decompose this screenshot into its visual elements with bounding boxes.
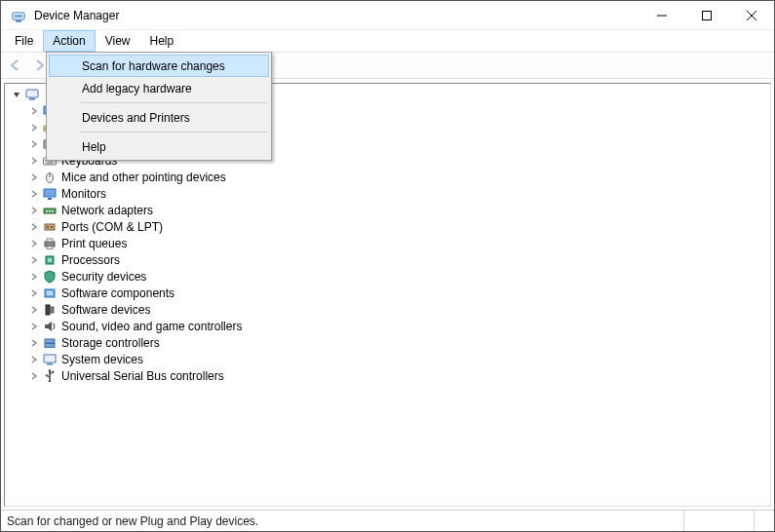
tree-item-label: Storage controllers — [61, 336, 160, 350]
svg-rect-33 — [45, 242, 55, 247]
svg-rect-34 — [47, 239, 53, 242]
menu-devices-and-printers[interactable]: Devices and Printers — [49, 106, 269, 129]
svg-rect-41 — [46, 305, 50, 315]
svg-point-50 — [46, 374, 48, 376]
status-cell-3 — [755, 511, 774, 531]
chevron-right-icon[interactable] — [28, 122, 40, 133]
chevron-right-icon[interactable] — [28, 238, 40, 249]
svg-rect-25 — [48, 198, 52, 200]
tree-item-label: Print queues — [61, 237, 127, 250]
close-button[interactable] — [729, 1, 774, 30]
chevron-right-icon[interactable] — [28, 287, 40, 299]
svg-rect-27 — [46, 210, 48, 212]
svg-rect-35 — [47, 247, 53, 249]
svg-rect-49 — [52, 370, 54, 372]
window-title: Device Manager — [34, 9, 639, 22]
tree-item[interactable]: Sound, video and game controllers — [11, 318, 770, 334]
tree-item[interactable]: Software devices — [11, 301, 770, 318]
device-category-icon — [42, 368, 58, 384]
back-button[interactable] — [5, 55, 26, 76]
device-category-icon — [42, 236, 58, 251]
device-category-icon — [42, 269, 58, 285]
svg-rect-1 — [15, 15, 22, 18]
svg-rect-38 — [45, 289, 55, 297]
chevron-right-icon[interactable] — [28, 254, 40, 266]
tree-item[interactable]: Security devices — [11, 268, 770, 285]
tree-item-label: Sound, video and game controllers — [61, 320, 242, 333]
tree-item-label: Software devices — [61, 303, 150, 317]
computer-icon — [24, 87, 40, 102]
svg-rect-40 — [47, 293, 53, 294]
chevron-right-icon[interactable] — [28, 171, 40, 183]
tree-item[interactable]: Print queues — [11, 235, 770, 251]
menubar: File Action View Help — [1, 30, 774, 52]
titlebar: Device Manager — [1, 1, 774, 30]
chevron-right-icon[interactable] — [28, 370, 40, 382]
menu-add-legacy-hardware[interactable]: Add legacy hardware — [49, 77, 269, 99]
chevron-right-icon[interactable] — [28, 155, 40, 167]
svg-rect-44 — [45, 343, 55, 347]
svg-rect-8 — [29, 98, 35, 100]
svg-rect-39 — [47, 291, 53, 292]
tree-item-label: Software components — [61, 286, 174, 300]
chevron-down-icon[interactable] — [11, 89, 22, 100]
statusbar: Scan for changed or new Plug and Play de… — [1, 510, 774, 531]
tree-item[interactable]: Storage controllers — [11, 334, 770, 351]
maximize-button[interactable] — [684, 1, 729, 30]
chevron-right-icon[interactable] — [28, 138, 40, 150]
device-category-icon — [42, 319, 58, 334]
tree-item[interactable]: Universal Serial Bus controllers — [11, 367, 770, 384]
status-cell-2 — [684, 511, 755, 531]
chevron-right-icon[interactable] — [28, 271, 40, 283]
tree-item[interactable]: Processors — [11, 251, 770, 268]
chevron-right-icon[interactable] — [28, 337, 40, 349]
chevron-right-icon[interactable] — [28, 188, 40, 200]
status-text: Scan for changed or new Plug and Play de… — [1, 511, 684, 531]
tree-item[interactable]: Ports (COM & LPT) — [11, 218, 770, 235]
menu-file[interactable]: File — [5, 30, 43, 52]
svg-rect-21 — [46, 162, 53, 163]
svg-rect-4 — [703, 11, 712, 19]
svg-rect-43 — [45, 339, 55, 343]
tree-item-label: Ports (COM & LPT) — [61, 220, 163, 234]
tree-item-label: Universal Serial Bus controllers — [61, 369, 224, 383]
menu-view[interactable]: View — [96, 30, 140, 52]
minimize-button[interactable] — [639, 1, 684, 30]
svg-rect-42 — [51, 307, 54, 313]
tree-item-label: Network adapters — [61, 204, 153, 217]
device-category-icon — [42, 335, 58, 351]
tree-item[interactable]: Software components — [11, 285, 770, 301]
action-dropdown: Scan for hardware changes Add legacy har… — [46, 52, 272, 161]
chevron-right-icon[interactable] — [28, 205, 40, 216]
device-category-icon — [42, 186, 58, 202]
chevron-right-icon[interactable] — [28, 221, 40, 233]
device-category-icon — [42, 285, 58, 301]
tree-item[interactable]: Network adapters — [11, 202, 770, 218]
tree-item[interactable]: Monitors — [11, 185, 770, 202]
chevron-right-icon[interactable] — [28, 354, 40, 365]
menu-action[interactable]: Action — [43, 30, 95, 52]
device-manager-icon — [11, 8, 26, 23]
svg-rect-30 — [45, 224, 55, 230]
tree-item-label: Processors — [61, 253, 120, 267]
tree-item-label: System devices — [61, 353, 143, 366]
svg-rect-45 — [44, 355, 56, 362]
chevron-right-icon[interactable] — [28, 304, 40, 316]
device-category-icon — [42, 170, 58, 185]
svg-point-48 — [49, 369, 52, 372]
menu-scan-hardware[interactable]: Scan for hardware changes — [49, 55, 269, 77]
svg-point-31 — [47, 226, 49, 228]
dropdown-separator — [80, 132, 267, 133]
svg-rect-24 — [44, 189, 56, 197]
tree-item-label: Security devices — [61, 270, 146, 284]
menu-action-help[interactable]: Help — [49, 135, 269, 158]
tree-item[interactable]: System devices — [11, 351, 770, 367]
chevron-right-icon[interactable] — [28, 105, 40, 117]
device-manager-window: Device Manager File Action View Help Sca… — [0, 0, 775, 532]
svg-rect-28 — [49, 210, 51, 212]
chevron-right-icon[interactable] — [28, 321, 40, 332]
svg-point-32 — [51, 226, 53, 228]
tree-item[interactable]: Mice and other pointing devices — [11, 169, 770, 185]
device-category-icon — [42, 219, 58, 235]
menu-help[interactable]: Help — [140, 30, 184, 52]
